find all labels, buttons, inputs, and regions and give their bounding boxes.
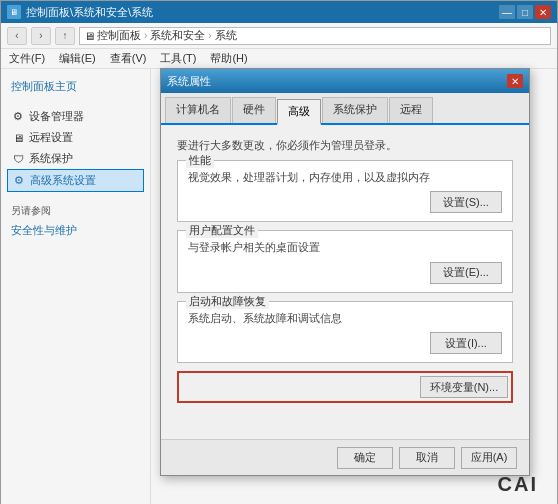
menu-view[interactable]: 查看(V) (108, 51, 149, 66)
sidebar-main-link[interactable]: 控制面板主页 (7, 77, 144, 96)
user-profile-label: 用户配置文件 (186, 223, 258, 238)
performance-section: 性能 视觉效果，处理器计划，内存使用，以及虚拟内存 设置(S)... (177, 160, 513, 223)
dialog-titlebar: 系统属性 ✕ (161, 69, 529, 93)
startup-btn-row: 设置(I)... (188, 332, 502, 354)
address-icon: 🖥 (84, 30, 95, 42)
minimize-button[interactable]: — (499, 5, 515, 19)
dialog-title: 系统属性 (167, 74, 507, 89)
forward-button[interactable]: › (31, 27, 51, 45)
tab-hardware[interactable]: 硬件 (232, 97, 276, 123)
dialog-footer: 确定 取消 应用(A) (161, 439, 529, 475)
performance-btn-row: 设置(S)... (188, 191, 502, 213)
tab-computer-name[interactable]: 计算机名 (165, 97, 231, 123)
address-segment-3: 系统 (215, 28, 237, 43)
outer-toolbar: ‹ › ↑ 🖥 控制面板 › 系统和安全 › 系统 (1, 23, 557, 49)
performance-desc: 视觉效果，处理器计划，内存使用，以及虚拟内存 (188, 169, 502, 186)
sidebar: 控制面板主页 ⚙ 设备管理器 🖥 远程设置 🛡 系统保护 ⚙ 高级系统设置 另请… (1, 69, 151, 504)
user-profile-desc: 与登录帐户相关的桌面设置 (188, 239, 502, 256)
dialog-tabs: 计算机名 硬件 高级 系统保护 远程 (161, 93, 529, 125)
address-sep-2: › (208, 30, 211, 41)
address-segment-1: 🖥 控制面板 (84, 28, 141, 43)
sidebar-item-device-manager[interactable]: ⚙ 设备管理器 (7, 106, 144, 127)
apply-button[interactable]: 应用(A) (461, 447, 517, 469)
sidebar-bottom: 另请参阅 安全性与维护 (7, 204, 144, 240)
up-button[interactable]: ↑ (55, 27, 75, 45)
system-properties-dialog: 系统属性 ✕ 计算机名 硬件 高级 系统保护 远程 要进行大多数更改，你必须作为… (160, 68, 530, 476)
sidebar-item-remote[interactable]: 🖥 远程设置 (7, 127, 144, 148)
env-variables-button[interactable]: 环境变量(N)... (420, 376, 508, 398)
maximize-button[interactable]: □ (517, 5, 533, 19)
performance-settings-button[interactable]: 设置(S)... (430, 191, 502, 213)
menu-bar: 文件(F) 编辑(E) 查看(V) 工具(T) 帮助(H) (1, 49, 557, 69)
startup-settings-button[interactable]: 设置(I)... (430, 332, 502, 354)
tab-system-protection[interactable]: 系统保护 (322, 97, 388, 123)
startup-section: 启动和故障恢复 系统启动、系统故障和调试信息 设置(I)... (177, 301, 513, 364)
address-sep-1: › (144, 30, 147, 41)
close-window-button[interactable]: ✕ (535, 5, 551, 19)
startup-desc: 系统启动、系统故障和调试信息 (188, 310, 502, 327)
menu-file[interactable]: 文件(F) (7, 51, 47, 66)
ok-button[interactable]: 确定 (337, 447, 393, 469)
dialog-body: 要进行大多数更改，你必须作为管理员登录。 性能 视觉效果，处理器计划，内存使用，… (161, 125, 529, 439)
address-segment-2: 系统和安全 (150, 28, 205, 43)
window-icon: 🖥 (7, 5, 21, 19)
cancel-button[interactable]: 取消 (399, 447, 455, 469)
menu-tools[interactable]: 工具(T) (158, 51, 198, 66)
back-button[interactable]: ‹ (7, 27, 27, 45)
top-note: 要进行大多数更改，你必须作为管理员登录。 (177, 137, 513, 154)
address-bar[interactable]: 🖥 控制面板 › 系统和安全 › 系统 (79, 27, 551, 45)
dialog-close-button[interactable]: ✕ (507, 74, 523, 88)
protection-icon: 🛡 (11, 152, 25, 166)
tab-remote[interactable]: 远程 (389, 97, 433, 123)
menu-edit[interactable]: 编辑(E) (57, 51, 98, 66)
titlebar-buttons: — □ ✕ (499, 5, 551, 19)
sidebar-item-protection[interactable]: 🛡 系统保护 (7, 148, 144, 169)
device-manager-icon: ⚙ (11, 110, 25, 124)
cai-label: CAI (498, 473, 538, 496)
user-profile-btn-row: 设置(E)... (188, 262, 502, 284)
outer-title: 控制面板\系统和安全\系统 (26, 5, 499, 20)
sidebar-bottom-title: 另请参阅 (11, 204, 144, 218)
menu-help[interactable]: 帮助(H) (208, 51, 249, 66)
outer-titlebar: 🖥 控制面板\系统和安全\系统 — □ ✕ (1, 1, 557, 23)
sidebar-item-advanced[interactable]: ⚙ 高级系统设置 (7, 169, 144, 192)
performance-label: 性能 (186, 153, 214, 168)
advanced-icon: ⚙ (12, 174, 26, 188)
startup-label: 启动和故障恢复 (186, 294, 269, 309)
sidebar-security-link[interactable]: 安全性与维护 (7, 221, 144, 240)
env-btn-container: 环境变量(N)... (177, 371, 513, 403)
user-profile-section: 用户配置文件 与登录帐户相关的桌面设置 设置(E)... (177, 230, 513, 293)
user-profile-settings-button[interactable]: 设置(E)... (430, 262, 502, 284)
tab-advanced[interactable]: 高级 (277, 99, 321, 125)
remote-icon: 🖥 (11, 131, 25, 145)
